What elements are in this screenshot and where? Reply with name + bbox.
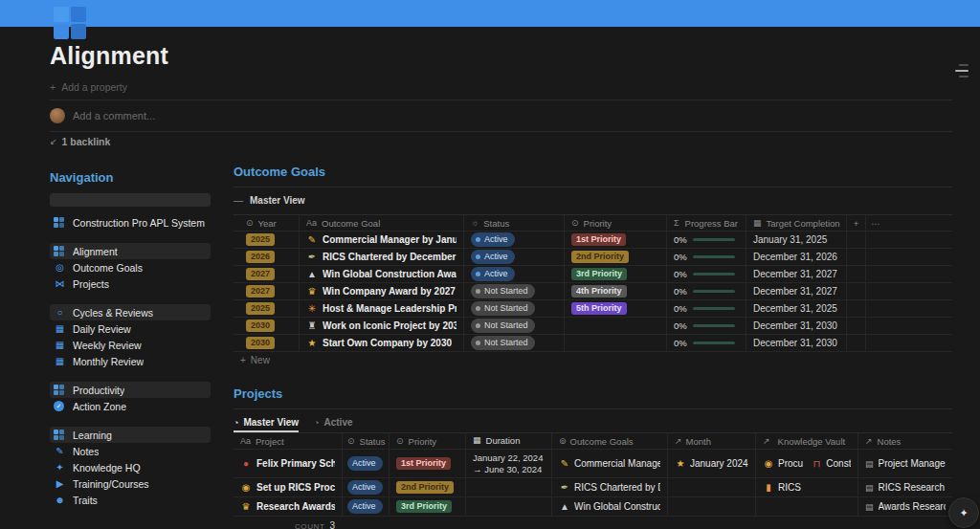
status-pill[interactable]: Active xyxy=(347,499,383,514)
page-mention[interactable]: RICS Chartered by December 2026 xyxy=(574,482,660,493)
priority-tag[interactable]: 2nd Priority xyxy=(571,251,629,264)
outcome-goal-relation-cell[interactable]: ▲Win Global Construction Award by 2027 xyxy=(552,497,668,516)
page-mention[interactable]: Commercial Manager by January 2025 xyxy=(574,458,660,469)
priority-tag[interactable]: 5th Priority xyxy=(571,302,627,316)
priority-tag[interactable]: 1st Priority xyxy=(396,457,451,471)
status-pill[interactable]: Active xyxy=(471,267,515,281)
year-tag[interactable]: 2030 xyxy=(246,337,275,350)
page-link[interactable]: RICS Chartered by December 2026 xyxy=(323,252,457,262)
sidebar-item-action-zone[interactable]: ✓ Action Zone xyxy=(50,398,211,414)
view-selector[interactable]: — Master View xyxy=(234,193,952,207)
new-row-button[interactable]: + New xyxy=(234,352,952,368)
tab-active[interactable]: ◔ Active xyxy=(314,417,352,432)
count-calculation[interactable]: COUNT 3 xyxy=(234,517,343,529)
sidebar-item-weekly-review[interactable]: ▦ Weekly Review xyxy=(50,337,211,353)
empty-block[interactable] xyxy=(50,193,211,207)
column-header-target-completion[interactable]: ▦Target Completion xyxy=(746,215,847,231)
year-tag[interactable]: 2025 xyxy=(246,233,275,247)
column-header-month[interactable]: ↗Month xyxy=(668,433,756,449)
target-date[interactable]: December 31, 2025 xyxy=(753,303,837,314)
add-column-button[interactable]: + xyxy=(847,215,866,231)
outcome-goal-relation-cell[interactable]: ✒RICS Chartered by December 2026 xyxy=(552,478,668,496)
page-link[interactable]: Win Company Award by 2027 xyxy=(323,286,456,297)
page-mention[interactable]: RICS xyxy=(778,482,801,493)
column-header-year[interactable]: ⊙Year xyxy=(234,215,300,231)
column-header-outcome-goal[interactable]: AaOutcome Goal xyxy=(300,215,464,231)
table-of-contents-indicator[interactable] xyxy=(955,64,969,77)
target-date[interactable]: December 31, 2027 xyxy=(753,269,837,279)
year-tag[interactable]: 2025 xyxy=(246,302,275,316)
page-link[interactable]: Research Awards to Win xyxy=(256,501,335,512)
backlink-button[interactable]: ↙ 1 backlink xyxy=(50,136,110,147)
priority-tag[interactable]: 3rd Priority xyxy=(571,268,627,281)
knowledge-vault-cell[interactable] xyxy=(756,497,858,516)
status-pill[interactable]: Active xyxy=(471,250,515,264)
status-pill[interactable]: Active xyxy=(347,480,383,495)
duration-cell[interactable]: January 22, 2024 → June 30, 2024 xyxy=(466,450,552,477)
priority-tag[interactable]: 3rd Priority xyxy=(396,500,452,514)
target-date[interactable]: December 31, 2027 xyxy=(753,286,837,297)
notes-cell[interactable]: ▤Project Management xyxy=(858,450,952,477)
column-header-status[interactable]: ⊙Status xyxy=(343,433,390,449)
target-date[interactable]: December 31, 2030 xyxy=(753,338,837,348)
page-mention[interactable]: January 2024 xyxy=(690,458,748,469)
sidebar-item-projects[interactable]: ⋈ Projects xyxy=(50,276,211,292)
sidebar-item-outcome-goals[interactable]: ◎ Outcome Goals xyxy=(50,259,211,276)
outcome-goal-cell[interactable]: ★Start Own Company by 2030 xyxy=(300,335,464,351)
page-link[interactable]: Set up RICS Process xyxy=(256,482,335,493)
column-header-outcome-goals[interactable]: ⊚Outcome Goals xyxy=(552,433,668,449)
outcome-goal-cell[interactable]: ✎Commercial Manager by January 2025 xyxy=(300,231,464,248)
status-pill[interactable]: Active xyxy=(471,232,515,247)
page-mention[interactable]: RICS Research xyxy=(879,482,945,493)
outcome-goal-cell[interactable]: ♛Win Company Award by 2027 xyxy=(300,283,464,299)
page-mention[interactable]: Win Global Construction Award by 2027 xyxy=(574,501,660,512)
sidebar-item-construction-pro-apl-system[interactable]: Construction Pro APL System xyxy=(50,214,211,231)
table-options-button[interactable]: ⋯ xyxy=(866,215,885,231)
status-pill[interactable]: Active xyxy=(347,456,383,471)
sidebar-item-productivity[interactable]: Productivity xyxy=(50,382,211,398)
outcome-goal-cell[interactable]: ✒RICS Chartered by December 2026 xyxy=(300,249,464,265)
column-header-priority[interactable]: ⊙Priority xyxy=(390,433,466,449)
column-header-status[interactable]: ☼Status xyxy=(464,215,565,231)
column-header-duration[interactable]: ▦Duration xyxy=(466,433,552,449)
project-cell[interactable]: ♛Research Awards to Win xyxy=(234,497,343,516)
page-icon-grid[interactable] xyxy=(54,7,86,39)
status-pill[interactable]: Not Started xyxy=(471,336,535,350)
page-mention[interactable]: Project Management xyxy=(879,458,946,469)
sidebar-item-knowledge-hq[interactable]: ✦ Knowledge HQ xyxy=(50,459,211,475)
target-date[interactable]: December 31, 2030 xyxy=(753,320,837,331)
notes-cell[interactable]: ▤RICS Research xyxy=(858,478,952,496)
page-mention[interactable]: Procurement xyxy=(778,458,803,469)
page-mention[interactable]: Awards Research xyxy=(879,501,946,512)
column-header-progress-bar[interactable]: ΣProgress Bar xyxy=(667,215,746,231)
project-cell[interactable]: ●Felix Primary School xyxy=(234,450,343,477)
notes-cell[interactable]: ▤Awards Research xyxy=(858,497,952,516)
page-link[interactable]: Work on Iconic Project by 2030 xyxy=(323,320,457,331)
status-pill[interactable]: Not Started xyxy=(471,319,535,333)
duration-cell[interactable] xyxy=(466,497,552,516)
sidebar-item-learning[interactable]: Learning xyxy=(50,427,211,443)
sidebar-item-cycles-reviews[interactable]: ○ Cycles & Reviews xyxy=(50,304,211,320)
column-header-notes[interactable]: ↗Notes xyxy=(858,433,952,449)
knowledge-vault-cell[interactable]: ▮RICS xyxy=(756,478,858,496)
column-header-knowledge-vault[interactable]: ↗Knowledge Vault xyxy=(756,433,858,449)
ai-assistant-button[interactable]: ✦ xyxy=(948,497,979,528)
tab-master-view[interactable]: ◔ Master View xyxy=(234,417,299,432)
outcome-goal-relation-cell[interactable]: ✎Commercial Manager by January 2025 xyxy=(552,450,668,477)
knowledge-vault-cell[interactable]: ◉Procurement ⊓Construction xyxy=(756,450,858,477)
page-link[interactable]: Commercial Manager by January 2025 xyxy=(323,234,457,245)
page-link[interactable]: Start Own Company by 2030 xyxy=(323,338,452,348)
sidebar-item-notes[interactable]: ✎ Notes xyxy=(50,443,211,459)
target-date[interactable]: December 31, 2026 xyxy=(753,252,837,262)
outcome-goal-cell[interactable]: ✳Host & Manage Leadership Programme xyxy=(300,300,464,317)
year-tag[interactable]: 2027 xyxy=(246,285,275,298)
page-link[interactable]: Win Global Construction Award by 2027 xyxy=(323,269,457,279)
priority-tag[interactable]: 2nd Priority xyxy=(396,481,454,495)
status-pill[interactable]: Not Started xyxy=(471,301,535,316)
target-date[interactable]: January 31, 2025 xyxy=(753,234,827,245)
sidebar-item-monthly-review[interactable]: ▦ Monthly Review xyxy=(50,353,211,369)
month-relation-cell[interactable] xyxy=(668,497,756,516)
column-header-project[interactable]: AaProject xyxy=(234,433,343,449)
project-cell[interactable]: ◉Set up RICS Process xyxy=(234,478,343,496)
status-pill[interactable]: Not Started xyxy=(471,284,535,298)
